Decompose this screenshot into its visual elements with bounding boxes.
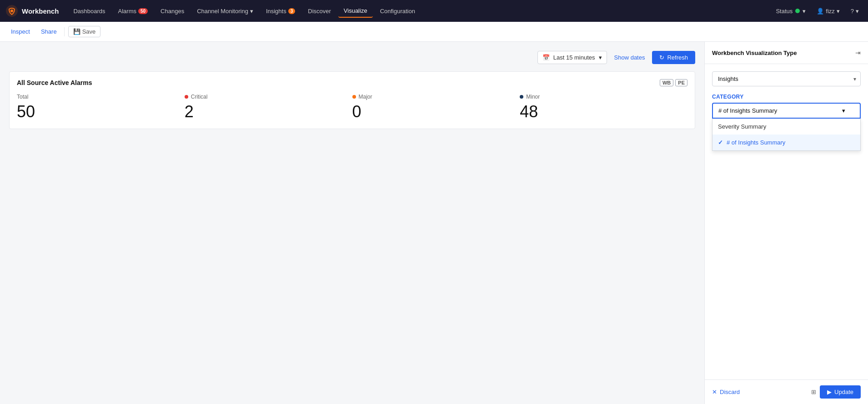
discard-icon: ✕: [712, 389, 717, 395]
time-picker[interactable]: 📅 Last 15 minutes ▾: [537, 51, 607, 64]
user-label: fizz: [826, 8, 835, 15]
nav-alarms-label: Alarms: [118, 8, 136, 15]
nav-brand[interactable]: Workbench: [5, 5, 59, 17]
time-chevron: ▾: [599, 54, 602, 61]
dropdown-item-insights-label: # of Insights Summary: [727, 139, 785, 146]
category-selected-value: # of Insights Summary: [718, 107, 777, 114]
dropdown-item-insights-summary[interactable]: ✓ # of Insights Summary: [712, 135, 860, 150]
footer-icon: ⊞: [811, 389, 816, 395]
share-button[interactable]: Share: [37, 26, 60, 37]
calendar-icon: 📅: [542, 54, 550, 61]
stat-critical-label: Critical: [185, 94, 345, 100]
expand-icon[interactable]: ⇥: [855, 49, 861, 56]
stat-minor-label: Minor: [520, 94, 680, 100]
show-dates-button[interactable]: Show dates: [611, 51, 649, 64]
category-dropdown-chevron: ▾: [842, 107, 845, 114]
category-label: Category: [712, 94, 861, 100]
nav-channel-monitoring-label: Channel Monitoring: [197, 8, 248, 15]
help-menu[interactable]: ? ▾: [847, 6, 863, 16]
minor-label-text: Minor: [526, 94, 540, 100]
update-button[interactable]: ▶ Update: [820, 385, 861, 399]
help-icon: ?: [851, 8, 854, 15]
stat-critical-value: 2: [185, 102, 345, 121]
nav-dashboards[interactable]: Dashboards: [68, 5, 110, 17]
nav-changes[interactable]: Changes: [155, 5, 190, 17]
right-panel: Workbench Visualization Type ⇥ Insights …: [704, 42, 868, 404]
stat-total: Total 50: [17, 94, 185, 121]
panel-header: All Source Active Alarms WB PE: [17, 79, 687, 86]
discard-button[interactable]: ✕ Discard: [712, 389, 740, 395]
refresh-button[interactable]: ↻ Refresh: [652, 51, 695, 64]
nav-visualize-label: Visualize: [344, 7, 367, 14]
update-play-icon: ▶: [827, 389, 832, 395]
viz-type-select-wrapper: Insights ▾: [712, 71, 861, 86]
viz-type-group: Insights ▾: [712, 71, 861, 86]
viz-type-select[interactable]: Insights: [712, 71, 861, 86]
nav-changes-label: Changes: [161, 8, 184, 15]
tag-pe: PE: [675, 79, 687, 86]
stat-major-label: Major: [352, 94, 513, 100]
nav-alarms[interactable]: Alarms 50: [113, 5, 154, 17]
refresh-icon: ↻: [659, 54, 664, 61]
right-panel-title: Workbench Visualization Type: [712, 50, 797, 56]
stat-minor: Minor 48: [520, 94, 687, 121]
critical-dot: [185, 95, 188, 99]
nav-right: Status ▾ 👤 fizz ▾ ? ▾: [772, 6, 863, 16]
main-layout: 📅 Last 15 minutes ▾ Show dates ↻ Refresh…: [0, 42, 868, 404]
dropdown-item-check: ✓: [718, 139, 723, 146]
total-label-text: Total: [17, 94, 28, 100]
nav-channel-monitoring[interactable]: Channel Monitoring ▾: [191, 5, 259, 17]
stat-total-value: 50: [17, 102, 177, 121]
status-dot: [795, 9, 800, 13]
stat-total-label: Total: [17, 94, 177, 100]
nav-configuration[interactable]: Configuration: [375, 5, 421, 17]
dropdown-item-severity-label: Severity Summary: [718, 123, 766, 130]
nav-insights-label: Insights: [266, 8, 286, 15]
workbench-logo: [5, 5, 18, 17]
refresh-label: Refresh: [667, 54, 688, 61]
content-area: 📅 Last 15 minutes ▾ Show dates ↻ Refresh…: [0, 42, 704, 404]
toolbar-divider: [64, 27, 65, 36]
save-label: Save: [82, 28, 96, 35]
nav-discover[interactable]: Discover: [302, 5, 336, 17]
inspect-button[interactable]: Inspect: [7, 26, 34, 37]
category-dropdown-trigger[interactable]: # of Insights Summary ▾: [712, 103, 861, 119]
user-menu[interactable]: 👤 fizz ▾: [813, 6, 843, 16]
time-controls: 📅 Last 15 minutes ▾ Show dates ↻ Refresh: [9, 51, 695, 64]
right-panel-body: Insights ▾ Category # of Insights Summar…: [705, 64, 868, 379]
stat-major-value: 0: [352, 102, 513, 121]
status-indicator[interactable]: Status ▾: [772, 6, 809, 16]
nav-dashboards-label: Dashboards: [73, 8, 105, 15]
footer-right: ⊞ ▶ Update: [811, 385, 861, 399]
nav-configuration-label: Configuration: [380, 8, 415, 15]
update-label: Update: [834, 389, 853, 395]
category-group: Category # of Insights Summary ▾ Severit…: [712, 94, 861, 119]
panel-tags: WB PE: [660, 79, 687, 86]
alarms-badge: 50: [138, 8, 148, 14]
status-chevron: ▾: [803, 8, 806, 15]
help-chevron: ▾: [856, 8, 859, 15]
nav-visualize[interactable]: Visualize: [338, 5, 373, 18]
category-dropdown: # of Insights Summary ▾ Severity Summary…: [712, 103, 861, 119]
discard-label: Discard: [720, 389, 740, 395]
tag-wb: WB: [660, 79, 673, 86]
nav-insights[interactable]: Insights 3: [261, 5, 301, 17]
panel-title: All Source Active Alarms: [17, 79, 92, 86]
svg-point-1: [10, 10, 13, 12]
time-label: Last 15 minutes: [553, 54, 595, 61]
insights-badge: 3: [288, 8, 296, 14]
critical-label-text: Critical: [191, 94, 208, 100]
minor-dot: [520, 95, 523, 99]
channel-monitoring-chevron: ▾: [250, 8, 253, 15]
stats-grid: Total 50 Critical 2 Major: [17, 94, 687, 121]
nav-discover-label: Discover: [308, 8, 331, 15]
status-label: Status: [776, 8, 793, 15]
stat-minor-value: 48: [520, 102, 680, 121]
top-nav: Workbench Dashboards Alarms 50 Changes C…: [0, 0, 868, 22]
dropdown-item-severity[interactable]: Severity Summary: [712, 119, 860, 135]
save-icon: 💾: [73, 28, 80, 35]
toolbar: Inspect Share 💾 Save: [0, 22, 868, 42]
save-button[interactable]: 💾 Save: [68, 26, 101, 37]
category-dropdown-menu: Severity Summary ✓ # of Insights Summary: [712, 119, 861, 151]
user-icon: 👤: [817, 8, 824, 15]
